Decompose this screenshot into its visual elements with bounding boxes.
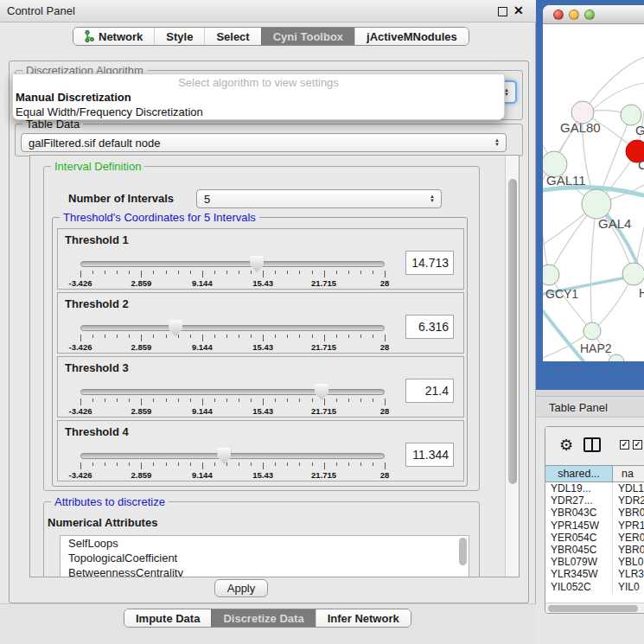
cell-shared-name[interactable]: YDR27... bbox=[545, 494, 613, 507]
numerical-attributes-list[interactable]: SelfLoopsTopologicalCoefficientBetweenne… bbox=[60, 535, 469, 577]
apply-button[interactable]: Apply bbox=[214, 579, 268, 597]
tab-select[interactable]: Select bbox=[204, 28, 260, 45]
cell-name[interactable]: YPR1 bbox=[613, 520, 644, 532]
table-hscrollbar-thumb[interactable] bbox=[548, 605, 638, 612]
table-row[interactable]: YBR045CYBR0 bbox=[545, 544, 644, 556]
settings-scrollbar[interactable] bbox=[505, 156, 519, 577]
table-row[interactable]: YDL19...YDL1 bbox=[545, 482, 644, 494]
threshold-value-field[interactable]: 11.344 bbox=[405, 443, 454, 467]
tab-infer-network[interactable]: Infer Network bbox=[316, 609, 411, 627]
column-header-name[interactable]: na bbox=[613, 466, 644, 481]
threshold-label: Threshold 4 bbox=[65, 425, 129, 438]
threshold-value-field[interactable]: 6.316 bbox=[405, 315, 454, 339]
table-row[interactable]: YLR345WYLR3 bbox=[545, 568, 644, 580]
close-icon[interactable]: ✕ bbox=[513, 3, 524, 17]
threshold-panel-3: Threshold 3-3.4262.8599.14415.4321.71528… bbox=[57, 356, 464, 418]
checkbox-checked-icon[interactable]: ✓ bbox=[633, 440, 642, 450]
node-label: GA bbox=[635, 123, 644, 137]
attribute-item[interactable]: BetweennessCentrality bbox=[61, 565, 469, 577]
network-edge-highlighted[interactable] bbox=[543, 311, 583, 361]
cell-shared-name[interactable]: YBL079W bbox=[545, 556, 613, 568]
attributes-title: Attributes to discretize bbox=[51, 495, 169, 508]
slider-tick-labels: -3.4262.8599.14415.4321.71528 bbox=[80, 406, 385, 416]
columns-icon[interactable] bbox=[583, 437, 601, 452]
attribute-item[interactable]: SelfLoops bbox=[61, 536, 469, 551]
node-table: ⚙ ✓ ✓ shared... na YDL19...YDL1YDR27...Y… bbox=[545, 426, 644, 614]
tab-discretize-data[interactable]: Discretize Data bbox=[211, 609, 315, 627]
cell-shared-name[interactable]: YBR045C bbox=[545, 544, 613, 556]
slider-tick-marks bbox=[80, 335, 385, 341]
settings-scrollbar-thumb[interactable] bbox=[508, 179, 517, 484]
mac-zoom-icon[interactable] bbox=[584, 10, 595, 20]
network-node-h[interactable] bbox=[622, 263, 644, 285]
checkbox-checked-icon[interactable]: ✓ bbox=[620, 440, 629, 450]
threshold-slider-track[interactable] bbox=[80, 389, 385, 395]
list-scrollbar[interactable] bbox=[459, 538, 467, 565]
slider-tick-labels: -3.4262.8599.14415.4321.71528 bbox=[80, 342, 385, 352]
table-hscrollbar[interactable] bbox=[545, 603, 644, 614]
cell-name[interactable]: YDR2 bbox=[613, 494, 644, 507]
numerical-attributes-label: Numerical Attributes bbox=[48, 516, 157, 529]
thresholds-section: Threshold's Coordinates for 5 Intervals … bbox=[52, 217, 468, 487]
network-canvas[interactable]: GAL80GACGAL11GAL4GCY1HHAP2 bbox=[543, 24, 644, 361]
tab-impute-data[interactable]: Impute Data bbox=[124, 609, 211, 627]
node-label: GAL11 bbox=[546, 173, 586, 188]
cell-name[interactable]: YBL0 bbox=[613, 556, 644, 568]
node-label: H bbox=[639, 286, 644, 300]
cell-shared-name[interactable]: YIL052C bbox=[545, 581, 613, 593]
gear-icon[interactable]: ⚙ bbox=[559, 436, 573, 455]
cell-name[interactable]: YDL1 bbox=[613, 482, 644, 494]
cyni-bottom-tabbar: Impute Data Discretize Data Infer Networ… bbox=[124, 609, 411, 628]
cyni-toolbox-panel: Discretization Algorithm ▲▼ Select algor… bbox=[9, 61, 529, 603]
cell-shared-name[interactable]: YLR345W bbox=[545, 568, 613, 580]
threshold-slider-track[interactable] bbox=[80, 453, 385, 459]
table-row[interactable]: YPR145WYPR1 bbox=[545, 520, 644, 532]
network-node[interactable] bbox=[609, 354, 624, 361]
tab-jactivemnodules[interactable]: jActiveMNodules bbox=[354, 28, 469, 45]
mac-close-icon[interactable] bbox=[553, 10, 564, 20]
network-node-gcy1[interactable] bbox=[543, 265, 559, 285]
float-window-icon[interactable] bbox=[498, 7, 507, 16]
node-label: C bbox=[638, 157, 644, 172]
settings-scrollpane: Interval Definition Number of Intervals … bbox=[29, 155, 520, 577]
cell-shared-name[interactable]: YBR043C bbox=[545, 507, 613, 519]
table-row[interactable]: YBR043CYBR0 bbox=[545, 507, 644, 519]
column-header-shared-name[interactable]: shared... bbox=[545, 466, 613, 481]
table-row[interactable]: YBL079WYBL0 bbox=[545, 556, 644, 568]
spinner-icon: ▲▼ bbox=[494, 138, 500, 147]
threshold-value-field[interactable]: 21.4 bbox=[405, 379, 454, 403]
table-header-row: shared... na bbox=[545, 465, 644, 482]
node-label: GCY1 bbox=[545, 287, 578, 301]
table-panel-titlebar: Table Panel bbox=[536, 396, 644, 418]
network-edge[interactable] bbox=[590, 204, 596, 331]
network-node-gal4[interactable] bbox=[582, 189, 611, 219]
cell-shared-name[interactable]: YPR145W bbox=[545, 520, 613, 532]
cell-name[interactable]: YLR3 bbox=[613, 568, 644, 580]
table-data-combo[interactable]: galFiltered.sif default node ▲▼ bbox=[21, 133, 507, 152]
cell-name[interactable]: YBR0 bbox=[613, 507, 644, 519]
network-view-window: GAL80GACGAL11GAL4GCY1HHAP2 bbox=[536, 0, 644, 390]
tab-cyni-toolbox[interactable]: Cyni Toolbox bbox=[261, 28, 354, 45]
network-node-hap2[interactable] bbox=[583, 322, 601, 340]
threshold-value-field[interactable]: 14.713 bbox=[405, 251, 454, 275]
panel-title: Control Panel bbox=[7, 4, 75, 17]
node-label: GAL80 bbox=[560, 120, 601, 135]
table-row[interactable]: YDR27...YDR2 bbox=[545, 494, 644, 507]
cell-name[interactable]: YIL0 bbox=[613, 581, 644, 593]
mac-minimize-icon[interactable] bbox=[569, 10, 579, 20]
algorithm-option-equal-width[interactable]: Equal Width/Frequency Discretization bbox=[16, 105, 203, 118]
cell-name[interactable]: YBR0 bbox=[613, 544, 644, 556]
table-row[interactable]: YER054CYER0 bbox=[545, 532, 644, 544]
tab-network[interactable]: Network bbox=[73, 28, 154, 45]
number-of-intervals-combo[interactable]: 5 ▲▼ bbox=[196, 189, 442, 208]
cell-shared-name[interactable]: YDL19... bbox=[545, 482, 613, 494]
table-row[interactable]: YIL052CYIL0 bbox=[545, 581, 644, 593]
tab-style[interactable]: Style bbox=[154, 28, 204, 45]
threshold-slider-track[interactable] bbox=[80, 325, 385, 331]
attribute-item[interactable]: TopologicalCoefficient bbox=[61, 551, 469, 565]
algorithm-option-manual[interactable]: Manual Discretization bbox=[16, 91, 131, 104]
cell-name[interactable]: YER0 bbox=[613, 532, 644, 544]
slider-tick-marks bbox=[80, 271, 385, 277]
cell-shared-name[interactable]: YER054C bbox=[545, 532, 613, 544]
threshold-slider-track[interactable] bbox=[80, 261, 385, 267]
